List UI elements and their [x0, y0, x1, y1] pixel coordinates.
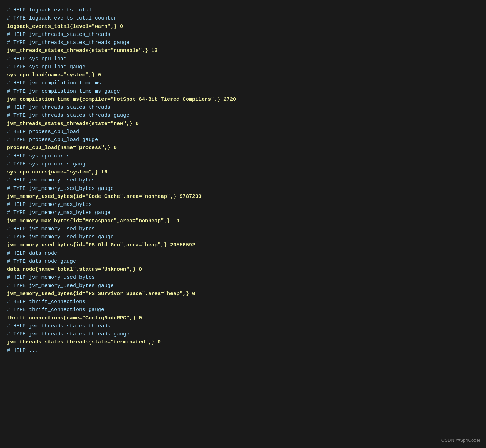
- metric-line: jvm_memory_used_bytes{id="PS Survivor Sp…: [7, 291, 195, 297]
- metric-line: jvm_memory_used_bytes{id="PS Old Gen",ar…: [7, 242, 195, 248]
- comment-line: # HELP data_node: [7, 250, 57, 256]
- comment-line: # TYPE jvm_memory_max_bytes gauge: [7, 210, 111, 216]
- comment-line: # TYPE jvm_threads_states_threads gauge: [7, 40, 129, 46]
- comment-line: # HELP jvm_compilation_time_ms: [7, 80, 101, 86]
- comment-line: # TYPE sys_cpu_load gauge: [7, 64, 85, 70]
- comment-line: # TYPE jvm_memory_used_bytes gauge: [7, 283, 114, 289]
- metric-line: process_cpu_load{name="process",} 0: [7, 145, 117, 151]
- comment-line: # HELP sys_cpu_load: [7, 56, 67, 62]
- comment-line: # HELP jvm_memory_used_bytes: [7, 177, 95, 183]
- comment-line: # HELP jvm_memory_max_bytes: [7, 202, 92, 208]
- metric-line: jvm_memory_used_bytes{id="Code Cache",ar…: [7, 194, 202, 200]
- comment-line: # HELP jvm_threads_states_threads: [7, 32, 111, 38]
- comment-line: # HELP logback_events_total: [7, 7, 92, 13]
- comment-line: # HELP jvm_memory_used_bytes: [7, 275, 95, 280]
- comment-line: # HELP jvm_threads_states_threads: [7, 105, 111, 110]
- comment-line: # TYPE process_cpu_load gauge: [7, 137, 98, 143]
- comment-line: # TYPE jvm_threads_states_threads gauge: [7, 331, 129, 337]
- metric-line: thrift_connections{name="ConfigNodeRPC",…: [7, 315, 142, 321]
- comment-line: # TYPE sys_cpu_cores gauge: [7, 161, 89, 167]
- metric-line: data_node{name="total",status="Unknown",…: [7, 267, 142, 272]
- comment-line: # TYPE jvm_compilation_time_ms gauge: [7, 88, 120, 94]
- metric-line: jvm_memory_max_bytes{id="Metaspace",area…: [7, 218, 180, 224]
- metric-line: logback_events_total{level="warn",} 0: [7, 24, 123, 30]
- comment-line: # HELP process_cpu_load: [7, 129, 79, 135]
- metrics-output: # HELP logback_events_total # TYPE logba…: [7, 6, 479, 355]
- metric-line: jvm_compilation_time_ms{compiler="HotSpo…: [7, 96, 236, 102]
- comment-line: # HELP jvm_memory_used_bytes: [7, 226, 95, 232]
- metric-line: jvm_threads_states_threads{state="termin…: [7, 339, 161, 345]
- metric-line: sys_cpu_cores{name="system",} 16: [7, 169, 107, 175]
- metric-line: jvm_threads_states_threads{state="runnab…: [7, 48, 158, 54]
- watermark: CSDN @SpriCoder: [441, 437, 480, 444]
- metric-line: sys_cpu_load{name="system",} 0: [7, 72, 101, 78]
- comment-line: # TYPE jvm_threads_states_threads gauge: [7, 113, 129, 118]
- comment-line: # TYPE logback_events_total counter: [7, 15, 117, 21]
- comment-line: # HELP sys_cpu_cores: [7, 153, 70, 159]
- comment-line: # TYPE jvm_memory_used_bytes gauge: [7, 234, 114, 240]
- comment-line: # TYPE thrift_connections gauge: [7, 307, 104, 313]
- metric-line: jvm_threads_states_threads{state="new",}…: [7, 121, 139, 127]
- comment-line: # HELP ...: [7, 348, 38, 354]
- comment-line: # TYPE data_node gauge: [7, 258, 76, 264]
- comment-line: # HELP thrift_connections: [7, 299, 85, 305]
- comment-line: # TYPE jvm_memory_used_bytes gauge: [7, 186, 114, 192]
- comment-line: # HELP jvm_threads_states_threads: [7, 323, 111, 329]
